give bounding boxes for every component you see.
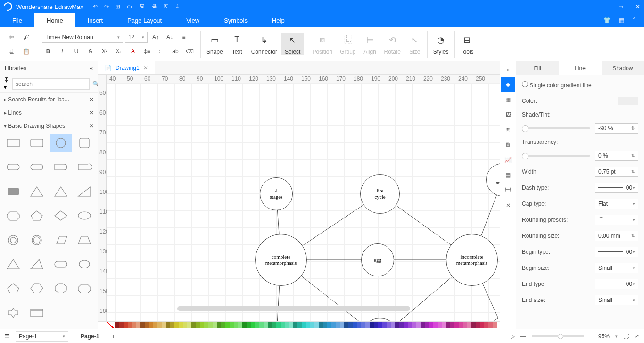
zoom-value[interactable]: 95% [598,333,610,340]
color-swatch[interactable] [476,322,480,328]
color-swatch[interactable] [467,322,471,328]
shape-item[interactable] [25,231,48,249]
expand-right-icon[interactable]: » [500,63,516,76]
zoom-slider[interactable] [532,335,584,337]
subscript-icon[interactable]: X₂ [113,46,125,57]
color-swatch[interactable] [374,322,378,328]
color-swatch[interactable] [331,322,336,328]
color-swatch[interactable] [361,322,365,328]
color-swatch[interactable] [412,322,416,328]
diagram-node[interactable]: incompletemetamorphasis [446,234,498,286]
group-tool[interactable]: ⿺Group [336,33,359,55]
menu-help[interactable]: Help [260,13,297,27]
color-swatch[interactable] [618,97,638,105]
shape-item[interactable] [2,158,25,176]
color-swatch[interactable] [306,322,310,328]
shape-item[interactable] [2,207,25,225]
arrange-panel-icon[interactable]: ⿳ [501,183,515,197]
color-swatch[interactable] [421,322,425,328]
color-swatch[interactable] [463,322,467,328]
color-swatch[interactable] [217,322,221,328]
color-swatch[interactable] [115,322,119,328]
text-case-icon[interactable]: ab [169,46,182,57]
color-swatch[interactable] [370,322,374,328]
color-swatch[interactable] [289,322,293,328]
color-swatch[interactable] [170,322,174,328]
category-search-results[interactable]: ▸ Search Results for "ba...✕ [0,92,98,106]
grid-icon[interactable]: ▦ [619,17,624,24]
color-swatch[interactable] [323,322,327,328]
shape-item[interactable] [50,134,72,152]
shape-item[interactable] [73,158,96,176]
color-swatch[interactable] [450,322,454,328]
cut-icon[interactable]: ✄ [6,32,18,43]
minimize-button[interactable]: — [600,3,606,10]
shape-item[interactable] [50,183,72,201]
color-swatch[interactable] [132,322,136,328]
menu-page-layout[interactable]: Page Layout [115,13,174,27]
shape-item[interactable] [73,134,96,152]
collapse-ribbon-icon[interactable]: ˄ [633,17,636,24]
color-swatch[interactable] [399,322,404,328]
color-swatch[interactable] [391,322,395,328]
play-icon[interactable]: ▷ [511,333,515,340]
page-tab[interactable]: Page-1 [74,333,106,340]
shape-item[interactable] [2,183,25,201]
line-spacing-icon[interactable]: ‡≡ [141,46,153,57]
color-swatch[interactable] [238,322,242,328]
color-swatch[interactable] [433,322,438,328]
color-swatch[interactable] [247,322,251,328]
image-panel-icon[interactable]: 🖼 [501,108,515,122]
shade-value[interactable]: -90 %⇅ [595,123,638,134]
connector-tool[interactable]: ↳Connector [248,33,281,55]
begin-size-select[interactable]: Small▾ [595,263,638,273]
color-swatch[interactable] [264,322,268,328]
format-painter-icon[interactable]: 🖌 [20,32,32,43]
fullscreen-icon[interactable]: ⤢ [635,333,639,340]
color-swatch[interactable] [404,322,408,328]
color-swatch[interactable] [488,322,493,328]
color-swatch[interactable] [124,322,128,328]
color-swatch[interactable] [336,322,340,328]
width-input[interactable]: 0.75 pt⇅ [595,167,638,177]
shape-item[interactable] [2,134,25,152]
color-swatch[interactable] [429,322,433,328]
save-icon[interactable]: 🖫 [139,3,145,10]
align-text-icon[interactable]: ≡ [178,32,190,43]
redo-icon[interactable]: ↷ [104,3,109,10]
page-select[interactable]: Page-1▾ [16,331,68,342]
color-swatch[interactable] [310,322,314,328]
color-swatch[interactable] [387,322,391,328]
superscript-icon[interactable]: X² [99,46,111,57]
add-page-button[interactable]: + [112,333,115,340]
end-type-select[interactable]: 00 ▾ [595,279,638,289]
tools-tool[interactable]: ⊟Tools [457,33,478,55]
color-swatch[interactable] [179,322,183,328]
color-swatch[interactable] [357,322,361,328]
shade-slider[interactable] [522,127,590,129]
tab-fill[interactable]: Fill [516,61,559,75]
shape-item[interactable] [25,255,48,273]
shape-item[interactable] [50,158,72,176]
close-tab-icon[interactable]: ✕ [143,65,148,71]
color-swatch[interactable] [183,322,187,328]
bold-icon[interactable]: B [42,46,54,57]
shape-item[interactable] [50,207,72,225]
menu-insert[interactable]: Insert [75,13,116,27]
color-swatch[interactable] [438,322,442,328]
shape-item[interactable] [73,207,96,225]
color-swatch[interactable] [153,322,157,328]
fill-panel-icon[interactable]: ◆ [501,77,515,92]
shape-item[interactable] [2,304,25,322]
color-swatch[interactable] [272,322,276,328]
color-swatch[interactable] [140,322,145,328]
begin-type-select[interactable]: 00 ▾ [595,247,638,257]
transparency-value[interactable]: 0 %⇅ [595,151,638,161]
shape-item[interactable] [25,134,48,152]
color-swatch[interactable] [221,322,225,328]
gradient-radio[interactable]: Single color gradient line [522,81,592,89]
cap-select[interactable]: Flat▾ [595,199,638,209]
shape-tool[interactable]: ▭Shape [203,33,227,55]
shape-item[interactable] [2,231,25,249]
table-panel-icon[interactable]: ▤ [501,168,515,182]
